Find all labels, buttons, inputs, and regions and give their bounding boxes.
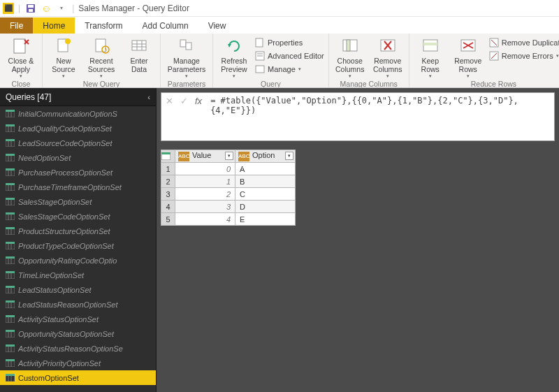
body: Queries [47] ‹ InitialCommunicationOptio… xyxy=(0,88,559,392)
query-item[interactable]: PurchaseTimeframeOptionSet xyxy=(0,180,156,194)
remove-columns-button[interactable]: Remove Columns ▾ xyxy=(371,35,405,79)
query-item[interactable]: SalesStageCodeOptionSet xyxy=(0,209,156,224)
row-header[interactable]: 3 xyxy=(161,188,175,201)
table-corner-button[interactable] xyxy=(161,150,175,163)
cell-value[interactable]: 4 xyxy=(175,213,235,226)
column-dropdown-icon[interactable]: ▾ xyxy=(225,152,233,160)
row-header[interactable]: 1 xyxy=(161,163,175,175)
chevron-left-icon[interactable]: ‹ xyxy=(147,93,150,101)
query-item[interactable]: SalesStageOptionSet xyxy=(0,194,156,209)
query-item[interactable]: TimeLineOptionSet xyxy=(0,268,156,282)
row-header[interactable]: 4 xyxy=(161,201,175,213)
manage-label: Manage xyxy=(268,65,296,73)
query-item[interactable]: OpportunityStatusOptionSet xyxy=(0,326,156,341)
query-item-label: ProductStructureOptionSet xyxy=(18,227,110,235)
cell-option[interactable]: C xyxy=(235,188,296,201)
manage-icon xyxy=(255,64,265,74)
formula-fx-icon[interactable]: fx xyxy=(195,96,202,106)
svg-rect-99 xyxy=(6,286,15,288)
svg-rect-63 xyxy=(6,154,15,156)
qat-dropdown-icon[interactable]: ▾ xyxy=(55,2,68,15)
query-item[interactable]: ActivityStatusReasonOptionSe xyxy=(0,341,156,356)
query-item[interactable]: ProductStructureOptionSet xyxy=(0,224,156,238)
tab-transform[interactable]: Transform xyxy=(75,17,132,34)
remove-rows-button[interactable]: Remove Rows ▾ xyxy=(451,35,485,79)
svg-rect-123 xyxy=(6,374,15,376)
table-icon xyxy=(6,374,15,382)
chevron-down-icon: ▾ xyxy=(556,53,559,59)
column-dropdown-icon[interactable]: ▾ xyxy=(285,152,293,160)
manage-button[interactable]: Manage▾ xyxy=(255,63,324,75)
formula-cancel-icon[interactable]: ✕ xyxy=(166,96,173,106)
row-header[interactable]: 5 xyxy=(161,213,175,226)
refresh-preview-button[interactable]: Refresh Preview ▾ xyxy=(217,35,251,79)
query-item[interactable]: LeadQualityCodeOptionSet xyxy=(0,121,156,136)
tab-add-column[interactable]: Add Column xyxy=(133,17,198,34)
column-header-option[interactable]: ABC 123Option ▾ xyxy=(235,150,296,163)
query-item[interactable]: ActivityPriorityOptionSet xyxy=(0,356,156,370)
ribbon-group-label: Parameters xyxy=(165,79,208,88)
remove-errors-label: Remove Errors xyxy=(502,52,553,60)
properties-button[interactable]: Properties xyxy=(255,36,324,49)
remove-rows-label: Remove Rows xyxy=(451,57,485,73)
column-header-value[interactable]: ABC 123Value ▾ xyxy=(175,150,235,163)
manage-parameters-button[interactable]: Manage Parameters ▾ xyxy=(165,35,208,79)
choose-columns-button[interactable]: Choose Columns ▾ xyxy=(333,35,367,79)
cell-option[interactable]: B xyxy=(235,175,296,188)
svg-rect-8 xyxy=(96,39,106,52)
cell-value[interactable]: 1 xyxy=(175,175,235,188)
svg-rect-119 xyxy=(6,359,15,361)
query-item[interactable]: InitialCommunicationOptionS xyxy=(0,106,156,121)
separator-icon: | xyxy=(18,3,20,13)
query-item[interactable]: OpportunityRatingCodeOptio xyxy=(0,253,156,268)
enter-data-button[interactable]: Enter Data xyxy=(122,35,156,73)
close-apply-label: Close & Apply xyxy=(4,57,38,73)
query-item[interactable]: ProductTypeCodeOptionSet xyxy=(0,238,156,253)
remove-errors-button[interactable]: Remove Errors▾ xyxy=(489,50,559,62)
keep-rows-button[interactable]: Keep Rows ▾ xyxy=(414,35,447,79)
query-item-label: LeadQualityCodeOptionSet xyxy=(18,124,112,133)
formula-commit-icon[interactable]: ✓ xyxy=(180,96,188,106)
cell-option[interactable]: E xyxy=(235,213,296,226)
table-icon xyxy=(6,139,15,147)
query-item-label: SalesStageOptionSet xyxy=(18,198,92,206)
query-item[interactable]: PurchaseProcessOptionSet xyxy=(0,165,156,180)
svg-marker-19 xyxy=(228,44,231,48)
feedback-smile-icon[interactable]: ☺ xyxy=(40,2,52,15)
ribbon-group-manage-columns: Choose Columns ▾ Remove Columns ▾ Manage… xyxy=(329,34,409,87)
row-header[interactable]: 2 xyxy=(161,175,175,188)
advanced-editor-button[interactable]: Advanced Editor xyxy=(255,50,324,62)
query-item-label: ActivityStatusReasonOptionSe xyxy=(18,344,123,353)
query-item-label: OpportunityRatingCodeOptio xyxy=(18,256,117,265)
new-source-button[interactable]: New Source ▾ xyxy=(47,35,80,79)
formula-text[interactable]: = #table({"Value","Option"},{{0,"A"},{1,… xyxy=(206,93,554,140)
query-item[interactable]: LeadSourceCodeOptionSet xyxy=(0,136,156,150)
tab-view[interactable]: View xyxy=(198,17,236,34)
table-icon xyxy=(6,168,15,176)
svg-rect-115 xyxy=(6,344,15,347)
query-item[interactable]: ActivityStatusOptionSet xyxy=(0,312,156,326)
remove-duplicates-button[interactable]: Remove Duplicates▾ xyxy=(489,36,559,49)
recent-sources-button[interactable]: Recent Sources ▾ xyxy=(85,35,118,79)
cell-value[interactable]: 3 xyxy=(175,201,235,213)
type-icon: ABC 123 xyxy=(178,152,189,161)
table-row[interactable]: 43D xyxy=(161,201,296,213)
query-item-label: ActivityStatusOptionSet xyxy=(18,315,99,324)
table-row[interactable]: 21B xyxy=(161,175,296,188)
close-apply-button[interactable]: Close & Apply ▾ xyxy=(4,35,38,79)
cell-option[interactable]: D xyxy=(235,201,296,213)
table-row[interactable]: 54E xyxy=(161,213,296,226)
table-icon xyxy=(6,256,15,264)
query-item[interactable]: CustomOptionSet xyxy=(0,370,156,385)
table-row[interactable]: 32C xyxy=(161,188,296,201)
tab-file[interactable]: File xyxy=(0,17,33,34)
save-button[interactable] xyxy=(24,2,37,15)
cell-value[interactable]: 2 xyxy=(175,188,235,201)
chevron-down-icon: ▾ xyxy=(20,73,22,79)
query-item[interactable]: LeadStatusReasonOptionSet xyxy=(0,297,156,312)
chevron-down-icon: ▾ xyxy=(185,73,188,79)
tab-home[interactable]: Home xyxy=(33,17,75,34)
queries-header[interactable]: Queries [47] ‹ xyxy=(0,88,156,106)
query-item[interactable]: LeadStatusOptionSet xyxy=(0,282,156,297)
query-item[interactable]: NeedOptionSet xyxy=(0,150,156,165)
